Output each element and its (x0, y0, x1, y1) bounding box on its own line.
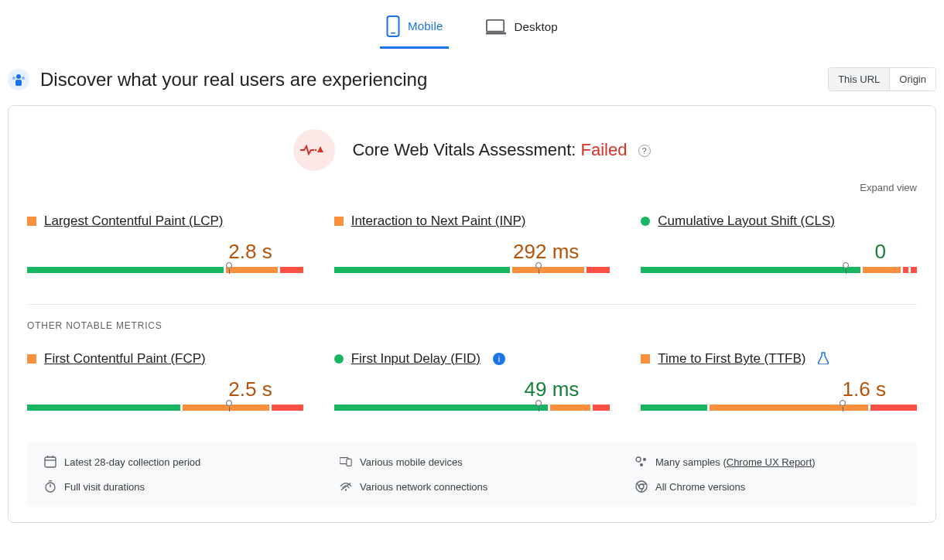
assessment-card: Core Web Vitals Assessment: Failed ? Exp… (8, 105, 936, 523)
marker-icon (226, 400, 232, 406)
svg-point-18 (643, 458, 646, 461)
metric-fid: First Input Delay (FID) i 49 ms (334, 351, 611, 411)
status-dot-icon (334, 354, 344, 364)
status-square-icon (641, 354, 650, 364)
metric-lcp-value: 2.8 s (27, 240, 272, 264)
mobile-icon (386, 15, 400, 36)
marker-icon (535, 400, 542, 406)
marker-icon (535, 262, 542, 268)
svg-rect-6 (15, 80, 22, 86)
tab-desktop[interactable]: Desktop (480, 8, 563, 49)
metric-inp-value: 292 ms (334, 240, 580, 264)
info-icon[interactable]: i (493, 353, 505, 365)
other-metrics-row: First Contentful Paint (FCP) 2.5 s First… (27, 351, 917, 411)
metric-ttfb: Time to First Byte (TTFB) 1.6 s (641, 351, 917, 411)
svg-rect-22 (49, 480, 52, 481)
devices-icon (340, 456, 352, 468)
svg-rect-11 (45, 457, 56, 467)
svg-point-23 (345, 489, 347, 490)
svg-point-10 (315, 149, 316, 151)
assessment-badge-icon (293, 129, 335, 171)
users-icon (8, 69, 29, 90)
status-square-icon (27, 354, 36, 364)
svg-rect-3 (486, 32, 506, 34)
metric-cls-value: 0 (641, 240, 886, 264)
summary-versions: All Chrome versions (635, 480, 900, 493)
svg-rect-13 (47, 456, 48, 458)
scope-this-url[interactable]: This URL (829, 68, 889, 90)
svg-rect-1 (391, 32, 395, 34)
core-metrics-row: Largest Contentful Paint (LCP) 2.8 s Int… (27, 213, 917, 273)
svg-rect-2 (487, 19, 504, 31)
metric-inp-bar (334, 267, 611, 273)
tab-desktop-label: Desktop (514, 20, 557, 33)
assessment-title: Core Web Vitals Assessment: Failed ? (352, 140, 650, 160)
metric-lcp: Largest Contentful Paint (LCP) 2.8 s (27, 213, 303, 273)
svg-point-7 (12, 77, 15, 80)
assessment-title-prefix: Core Web Vitals Assessment: (352, 140, 580, 159)
metric-cls: Cumulative Layout Shift (CLS) 0 (641, 213, 917, 273)
metric-lcp-label[interactable]: Largest Contentful Paint (LCP) (44, 213, 224, 229)
summary-samples: Many samples (Chrome UX Report) (635, 456, 900, 468)
tab-mobile-label: Mobile (408, 19, 443, 32)
summary-devices: Various mobile devices (340, 456, 604, 468)
marker-icon (226, 262, 232, 268)
svg-point-8 (22, 77, 25, 80)
help-icon[interactable]: ? (638, 145, 651, 157)
summary-collection-period: Latest 28-day collection period (44, 456, 309, 468)
metric-cls-label[interactable]: Cumulative Layout Shift (CLS) (658, 213, 835, 229)
other-metrics-label: OTHER NOTABLE METRICS (27, 320, 917, 331)
metric-inp-label[interactable]: Interaction to Next Paint (INP) (351, 213, 526, 229)
expand-view-link[interactable]: Expand view (27, 182, 917, 193)
tab-mobile[interactable]: Mobile (380, 8, 449, 49)
metric-ttfb-value: 1.6 s (641, 377, 886, 401)
samples-icon (635, 456, 648, 468)
metric-cls-bar (641, 267, 917, 273)
chrome-icon (635, 480, 648, 493)
metric-fcp-label[interactable]: First Contentful Paint (FCP) (44, 351, 206, 367)
network-icon (340, 480, 352, 493)
scope-origin[interactable]: Origin (889, 68, 935, 90)
metric-fid-bar (334, 405, 611, 411)
metric-inp: Interaction to Next Paint (INP) 292 ms (334, 213, 611, 273)
metric-ttfb-label[interactable]: Time to First Byte (TTFB) (658, 351, 805, 367)
summary-durations: Full visit durations (44, 480, 309, 493)
metric-fcp-bar (27, 405, 303, 411)
status-square-icon (334, 217, 344, 226)
scope-toggle: This URL Origin (828, 67, 936, 91)
marker-icon (843, 262, 849, 268)
data-summary: Latest 28-day collection period Various … (27, 442, 917, 507)
svg-rect-14 (53, 456, 53, 458)
metric-fid-value: 49 ms (334, 377, 580, 401)
metric-lcp-bar (27, 267, 303, 273)
metric-fcp: First Contentful Paint (FCP) 2.5 s (27, 351, 303, 411)
metric-fid-label[interactable]: First Input Delay (FID) (351, 351, 481, 367)
svg-rect-16 (347, 459, 351, 466)
device-tabs: Mobile Desktop (0, 0, 944, 49)
assessment-header: Core Web Vitals Assessment: Failed ? (27, 129, 917, 171)
summary-connections: Various network connections (340, 480, 604, 493)
svg-point-19 (640, 463, 643, 466)
assessment-status: Failed (581, 140, 628, 159)
svg-point-17 (636, 457, 641, 462)
desktop-icon (486, 19, 506, 35)
status-dot-icon (641, 217, 650, 226)
page-title: Discover what your real users are experi… (40, 69, 427, 90)
section-header: Discover what your real users are experi… (0, 49, 944, 105)
status-square-icon (27, 217, 36, 226)
metric-ttfb-bar (641, 405, 917, 411)
calendar-icon (44, 456, 56, 468)
metric-fcp-value: 2.5 s (27, 377, 272, 401)
svg-point-5 (16, 74, 21, 79)
flask-icon (818, 352, 829, 367)
chrome-ux-report-link[interactable]: Chrome UX Report (727, 456, 812, 468)
stopwatch-icon (44, 480, 56, 493)
svg-marker-9 (317, 146, 323, 152)
